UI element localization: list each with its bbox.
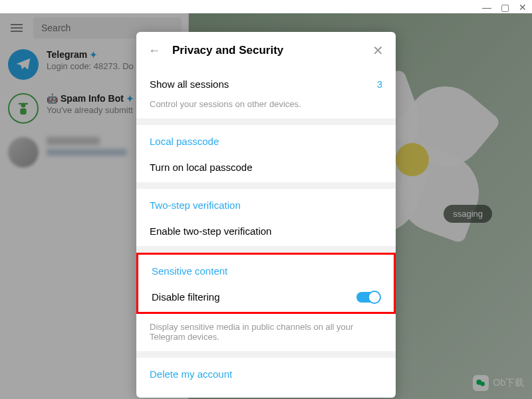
sensitive-row[interactable]: Disable filtering — [138, 282, 394, 312]
settings-modal: ← Privacy and Security ✕ Show all sessio… — [136, 32, 396, 398]
sensitive-content-highlight: Sensitive content Disable filtering — [136, 253, 396, 314]
back-button[interactable]: ← — [148, 44, 160, 58]
sensitive-desc: Display sensitive media in public channe… — [136, 314, 396, 351]
sessions-label: Show all sessions — [150, 78, 229, 90]
close-window-button[interactable]: ✕ — [519, 2, 527, 13]
maximize-button[interactable]: ▢ — [501, 2, 509, 13]
toggle-knob — [368, 291, 381, 304]
twostep-row[interactable]: Enable two-step verification — [136, 216, 396, 246]
passcode-heading: Local passcode — [136, 125, 396, 152]
modal-body: Show all sessions 3 Control your session… — [136, 69, 396, 385]
passcode-row[interactable]: Turn on local passcode — [136, 152, 396, 182]
minimize-button[interactable]: — — [482, 2, 491, 13]
twostep-action: Enable two-step verification — [150, 225, 271, 237]
sessions-row[interactable]: Show all sessions 3 — [136, 69, 396, 99]
sensitive-heading: Sensitive content — [138, 255, 394, 282]
sessions-count: 3 — [377, 78, 382, 90]
filtering-toggle[interactable] — [356, 292, 380, 303]
sessions-desc: Control your sessions on other devices. — [136, 99, 396, 118]
modal-title: Privacy and Security — [172, 44, 360, 57]
close-modal-button[interactable]: ✕ — [372, 43, 384, 59]
window-controls: — ▢ ✕ — [482, 2, 527, 13]
delete-heading[interactable]: Delete my account — [136, 358, 396, 385]
twostep-heading: Two-step verification — [136, 189, 396, 216]
passcode-action: Turn on local passcode — [150, 162, 253, 173]
sensitive-action: Disable filtering — [152, 291, 220, 303]
modal-header: ← Privacy and Security ✕ — [136, 32, 396, 69]
